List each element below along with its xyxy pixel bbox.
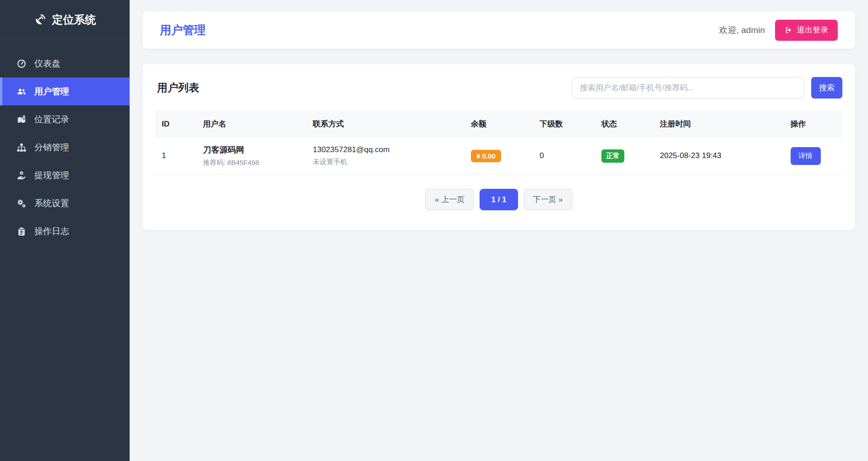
- sidebar-item-label: 分销管理: [34, 142, 69, 154]
- sidebar-item-dashboard[interactable]: 仪表盘: [0, 49, 130, 77]
- panel-title: 用户列表: [155, 81, 199, 95]
- sitemap-icon: [16, 143, 27, 153]
- search-box: 搜索: [572, 77, 842, 99]
- sign-out-icon: [785, 26, 792, 34]
- username-cell: 刀客源码网 推荐码: 8B45F498: [197, 137, 306, 175]
- logout-label: 退出登录: [797, 25, 828, 35]
- page-title: 用户管理: [160, 22, 206, 38]
- column-header-status: 状态: [595, 110, 654, 137]
- user-id-cell: 1: [155, 137, 197, 175]
- column-header-id: ID: [155, 110, 197, 137]
- search-input[interactable]: [572, 77, 804, 99]
- table-row: 1 刀客源码网 推荐码: 8B45F498 1302357281@qq.com …: [155, 137, 842, 175]
- balance-cell: ¥ 0.00: [464, 137, 533, 175]
- column-header-actions: 操作: [784, 110, 843, 137]
- column-header-username: 用户名: [197, 110, 306, 137]
- email-text: 1302357281@qq.com: [313, 145, 458, 154]
- sidebar-item-withdrawals[interactable]: $ 提现管理: [0, 161, 130, 189]
- sidebar-item-users[interactable]: 用户管理: [0, 77, 130, 105]
- clipboard-list-icon: [16, 226, 27, 236]
- column-header-subordinates: 下级数: [533, 110, 595, 137]
- sidebar-item-logs[interactable]: 操作日志: [0, 217, 130, 245]
- sidebar: 定位系统 仪表盘 用户管理 位置: [0, 0, 130, 461]
- sidebar-item-label: 用户管理: [34, 86, 69, 98]
- gauge-icon: [16, 59, 27, 69]
- header-right: 欢迎, admin 退出登录: [719, 20, 838, 41]
- user-list-panel: 用户列表 搜索 ID 用户名 联系方式 余额 下级数 状态 注册时间: [142, 64, 855, 230]
- prev-page-button[interactable]: « 上一页: [425, 189, 474, 210]
- phone-text: 未设置手机: [313, 158, 458, 166]
- subordinates-cell: 0: [533, 137, 595, 175]
- column-header-contact: 联系方式: [306, 110, 464, 137]
- balance-badge: ¥ 0.00: [471, 150, 501, 162]
- next-page-button[interactable]: 下一页 »: [524, 189, 573, 210]
- pagination: « 上一页 1 / 1 下一页 »: [155, 189, 842, 210]
- welcome-text: 欢迎, admin: [719, 24, 765, 36]
- satellite-dish-icon: [34, 13, 46, 26]
- users-icon: [16, 87, 27, 97]
- sidebar-item-label: 提现管理: [34, 170, 69, 181]
- detail-button[interactable]: 详情: [791, 147, 821, 165]
- app-logo: 定位系统: [0, 0, 130, 39]
- map-marker-icon: [16, 115, 27, 125]
- registered-cell: 2025-08-23 19:43: [654, 137, 784, 175]
- column-header-balance: 余额: [464, 110, 533, 137]
- sidebar-menu: 仪表盘 用户管理 位置记录: [0, 39, 130, 245]
- page-header: 用户管理 欢迎, admin 退出登录: [142, 11, 855, 49]
- panel-toolbar: 用户列表 搜索: [155, 77, 842, 99]
- app-title: 定位系统: [52, 12, 96, 27]
- table-header-row: ID 用户名 联系方式 余额 下级数 状态 注册时间 操作: [155, 110, 842, 137]
- status-badge: 正常: [601, 149, 624, 163]
- column-header-registered: 注册时间: [654, 110, 784, 137]
- search-button[interactable]: 搜索: [811, 77, 842, 99]
- current-page-indicator[interactable]: 1 / 1: [480, 189, 518, 210]
- referral-code-text: 推荐码: 8B45F498: [203, 159, 300, 167]
- sidebar-item-locations[interactable]: 位置记录: [0, 105, 130, 133]
- sidebar-item-settings[interactable]: 系统设置: [0, 189, 130, 217]
- sidebar-item-label: 操作日志: [34, 225, 69, 237]
- hand-holding-dollar-icon: $: [16, 170, 27, 181]
- main-content: 用户管理 欢迎, admin 退出登录 用户列表 搜索: [130, 0, 868, 461]
- user-table: ID 用户名 联系方式 余额 下级数 状态 注册时间 操作 1 刀客源码网 推荐…: [155, 110, 842, 175]
- gears-icon: [16, 198, 27, 209]
- sidebar-item-distribution[interactable]: 分销管理: [0, 133, 130, 161]
- username-text: 刀客源码网: [203, 144, 300, 155]
- status-cell: 正常: [595, 137, 654, 175]
- contact-cell: 1302357281@qq.com 未设置手机: [306, 137, 464, 175]
- actions-cell: 详情: [784, 137, 843, 175]
- sidebar-item-label: 系统设置: [34, 198, 69, 209]
- sidebar-item-label: 位置记录: [34, 114, 69, 126]
- logout-button[interactable]: 退出登录: [775, 20, 838, 41]
- sidebar-item-label: 仪表盘: [34, 58, 60, 70]
